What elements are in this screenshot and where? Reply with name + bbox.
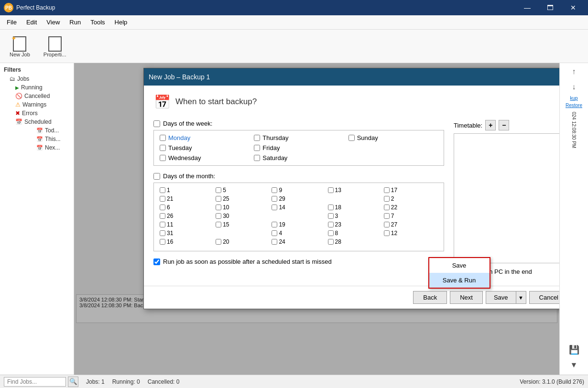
- month-day-27[interactable]: 27: [384, 221, 438, 228]
- minimize-button[interactable]: —: [516, 0, 538, 15]
- menu-view[interactable]: View: [42, 17, 65, 28]
- month-day-21[interactable]: 21: [160, 195, 214, 202]
- scroll-up-button[interactable]: ↑: [567, 65, 581, 78]
- month-day-17[interactable]: 17: [384, 187, 438, 194]
- days-of-week-label: Days of the week:: [163, 120, 212, 127]
- dialog-footer: Back Next Save ▼ Save Save & Run Cancel: [144, 286, 559, 309]
- find-jobs-button[interactable]: 🔍: [68, 377, 78, 387]
- day-sunday[interactable]: Sunday: [348, 134, 438, 141]
- day-wednesday[interactable]: Wednesday: [160, 154, 249, 162]
- month-day-13[interactable]: 13: [328, 187, 382, 194]
- month-day-18[interactable]: 18: [328, 204, 382, 211]
- month-day-28[interactable]: 28: [328, 238, 382, 245]
- menu-bar: File Edit View Run Tools Help: [0, 15, 588, 30]
- menu-file[interactable]: File: [2, 17, 22, 28]
- sidebar-item-errors[interactable]: ✖ Errors: [0, 109, 74, 118]
- saturday-checkbox[interactable]: [254, 155, 260, 161]
- month-day-2[interactable]: 2: [384, 195, 438, 202]
- running-icon: ▶: [15, 85, 19, 90]
- new-job-button[interactable]: New Job: [4, 33, 36, 59]
- month-day-16[interactable]: 16: [160, 238, 214, 245]
- month-day-29[interactable]: 29: [272, 195, 326, 202]
- scroll-down-button[interactable]: ↓: [567, 80, 581, 94]
- month-day-26[interactable]: 26: [160, 213, 214, 219]
- month-day-14[interactable]: 14: [272, 204, 326, 211]
- month-day-12[interactable]: 12: [384, 230, 438, 237]
- month-day-23[interactable]: 23: [328, 221, 382, 228]
- sidebar-item-cancelled[interactable]: 🚫 Cancelled: [0, 92, 74, 100]
- restore-link[interactable]: Restore: [566, 103, 582, 108]
- save-button-group: Save ▼ Save Save & Run: [486, 291, 526, 304]
- properties-button[interactable]: Properti...: [38, 33, 72, 59]
- cancel-button[interactable]: Cancel: [529, 291, 559, 304]
- days-of-week-checkbox-label[interactable]: Days of the week:: [153, 120, 444, 127]
- sidebar-item-jobs[interactable]: 🗂 Jobs: [0, 75, 74, 83]
- month-day-6[interactable]: 6: [160, 204, 214, 211]
- sidebar-item-warnings[interactable]: ⚠ Warnings: [0, 100, 74, 109]
- sidebar-item-today[interactable]: 📅 Tod...: [21, 126, 74, 135]
- day-tuesday[interactable]: Tuesday: [160, 144, 249, 151]
- month-day-25[interactable]: 25: [216, 195, 270, 202]
- days-of-month-checkbox-label[interactable]: Days of the month:: [153, 172, 444, 180]
- month-day-19[interactable]: 19: [272, 221, 326, 228]
- sunday-checkbox[interactable]: [348, 135, 355, 141]
- back-button[interactable]: Back: [413, 291, 447, 304]
- save-icon-button[interactable]: 💾: [567, 343, 581, 356]
- month-day-22[interactable]: 22: [384, 204, 438, 211]
- month-day-30[interactable]: 30: [216, 213, 270, 219]
- this-week-icon: 📅: [36, 136, 43, 142]
- timetable-remove-button[interactable]: −: [499, 120, 509, 130]
- dialog-section-left: Days of the week: Monday Thursda: [153, 120, 444, 278]
- run-missed-checkbox[interactable]: [153, 259, 160, 265]
- sidebar-item-this-week[interactable]: 📅 This...: [21, 135, 74, 143]
- month-day-8[interactable]: 8: [328, 230, 382, 237]
- find-jobs-area: 🔍: [4, 377, 78, 387]
- days-of-week-checkbox[interactable]: [153, 120, 160, 127]
- save-dropdown-button[interactable]: ▼: [516, 291, 526, 304]
- day-monday[interactable]: Monday: [160, 134, 249, 141]
- month-day-10[interactable]: 10: [216, 204, 270, 211]
- window-close-button[interactable]: ✕: [562, 0, 584, 15]
- day-friday[interactable]: Friday: [254, 144, 343, 151]
- menu-edit[interactable]: Edit: [22, 17, 42, 28]
- month-day-1[interactable]: 1: [160, 187, 214, 194]
- month-day-9[interactable]: 9: [272, 187, 326, 194]
- menu-run[interactable]: Run: [65, 17, 86, 28]
- month-day-31[interactable]: 31: [160, 230, 214, 237]
- timetable-add-button[interactable]: +: [485, 120, 496, 130]
- sidebar-item-scheduled[interactable]: 📅 Scheduled: [0, 118, 74, 126]
- toolbar: New Job Properti...: [0, 30, 588, 63]
- sunday-label: Sunday: [357, 134, 378, 141]
- month-day-7[interactable]: 7: [384, 213, 438, 219]
- next-icon: 📅: [36, 145, 43, 151]
- month-day-24[interactable]: 24: [272, 238, 326, 245]
- menu-help[interactable]: Help: [110, 17, 132, 28]
- month-day-5[interactable]: 5: [216, 187, 270, 194]
- month-day-20[interactable]: 20: [216, 238, 270, 245]
- save-button[interactable]: Save: [486, 291, 516, 304]
- menu-tools[interactable]: Tools: [86, 17, 109, 28]
- wednesday-checkbox[interactable]: [160, 155, 166, 161]
- month-day-3[interactable]: 3: [328, 213, 382, 219]
- save-option[interactable]: Save: [429, 258, 490, 273]
- monday-checkbox[interactable]: [160, 135, 166, 141]
- find-jobs-input[interactable]: [4, 377, 66, 387]
- day-thursday[interactable]: Thursday: [254, 134, 343, 141]
- save-and-run-option[interactable]: Save & Run: [429, 273, 490, 288]
- maximize-button[interactable]: 🗖: [539, 0, 561, 15]
- content-area: 3/8/2024 12:08:30 PM: Starting the Backu…: [74, 63, 559, 375]
- days-of-month-checkbox[interactable]: [153, 173, 160, 180]
- day-saturday[interactable]: Saturday: [254, 154, 343, 162]
- friday-checkbox[interactable]: [254, 145, 260, 151]
- month-day-4[interactable]: 4: [272, 230, 326, 237]
- backup-link[interactable]: kup: [570, 96, 577, 101]
- thursday-checkbox[interactable]: [254, 135, 260, 141]
- sidebar-item-running[interactable]: ▶ Running: [0, 83, 74, 92]
- sidebar-item-next[interactable]: 📅 Nex...: [21, 143, 74, 152]
- month-day-11[interactable]: 11: [160, 221, 214, 228]
- next-button[interactable]: Next: [450, 291, 483, 304]
- run-missed-label[interactable]: Run job as soon as possible after a sche…: [153, 258, 332, 265]
- tuesday-checkbox[interactable]: [160, 145, 166, 151]
- month-day-15[interactable]: 15: [216, 221, 270, 228]
- scroll-down-right-button[interactable]: ▼: [567, 358, 581, 372]
